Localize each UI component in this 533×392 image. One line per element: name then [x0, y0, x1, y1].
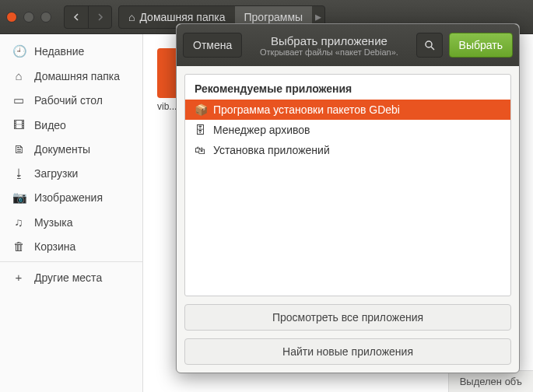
app-item-software[interactable]: 🛍 Установка приложений: [185, 140, 510, 160]
sidebar-item-trash[interactable]: 🗑Корзина: [0, 234, 142, 258]
sidebar-item-label: Видео: [34, 119, 66, 131]
sidebar-item-video[interactable]: 🎞Видео: [0, 113, 142, 137]
sidebar-item-downloads[interactable]: ⭳Загрузки: [0, 161, 142, 185]
plus-icon: +: [12, 271, 25, 284]
window-controls: [6, 12, 51, 23]
sidebar-item-music[interactable]: ♫Музыка: [0, 210, 142, 234]
minimize-window-button[interactable]: [23, 12, 34, 23]
sidebar-item-label: Документы: [34, 143, 90, 156]
music-icon: ♫: [12, 215, 25, 229]
back-button[interactable]: [65, 6, 88, 28]
search-button[interactable]: [416, 33, 443, 58]
status-text: Выделен объ: [460, 376, 522, 387]
sidebar-item-home[interactable]: ⌂Домашняя папка: [0, 64, 142, 88]
doc-icon: 🗎: [12, 142, 25, 156]
package-icon: 📦: [195, 103, 207, 116]
sidebar-item-label: Изображения: [34, 191, 103, 204]
dialog-header: Отмена Выбрать приложение Открывает файл…: [177, 24, 519, 66]
forward-button[interactable]: [88, 6, 111, 28]
sidebar: 🕘Недавние ⌂Домашняя папка ▭Рабочий стол …: [0, 34, 143, 392]
camera-icon: 📷: [12, 191, 25, 205]
software-icon: 🛍: [195, 144, 207, 156]
sidebar-item-label: Музыка: [34, 216, 73, 229]
home-icon: ⌂: [128, 11, 135, 23]
sidebar-item-label: Рабочий стол: [34, 94, 103, 107]
maximize-window-button[interactable]: [40, 12, 51, 23]
app-list: Рекомендуемые приложения 📦 Программа уст…: [184, 74, 511, 296]
svg-line-1: [431, 47, 434, 50]
dialog-title: Выбрать приложение: [248, 34, 409, 47]
app-chooser-dialog: Отмена Выбрать приложение Открывает файл…: [176, 23, 520, 373]
app-item-archive[interactable]: 🗄 Менеджер архивов: [185, 120, 510, 140]
app-label: Установка приложений: [213, 144, 330, 156]
close-window-button[interactable]: [6, 12, 17, 23]
sidebar-item-label: Загрузки: [34, 167, 78, 180]
status-bar: Выделен объ: [448, 370, 533, 392]
clock-icon: 🕘: [12, 44, 25, 58]
sidebar-item-desktop[interactable]: ▭Рабочий стол: [0, 88, 142, 113]
find-new-button[interactable]: Найти новые приложения: [184, 338, 511, 365]
sidebar-item-label: Домашняя папка: [34, 70, 120, 82]
sidebar-item-pictures[interactable]: 📷Изображения: [0, 185, 142, 210]
chevron-right-icon: ▸: [312, 9, 324, 24]
home-icon: ⌂: [12, 69, 25, 82]
download-icon: ⭳: [12, 166, 25, 180]
sidebar-item-label: Корзина: [34, 240, 75, 253]
app-item-gdebi[interactable]: 📦 Программа установки пакетов GDebi: [185, 100, 510, 120]
app-label: Менеджер архивов: [213, 124, 310, 136]
sidebar-item-recent[interactable]: 🕘Недавние: [0, 39, 142, 64]
breadcrumb-label: Домашняя папка: [139, 11, 225, 23]
sidebar-item-label: Недавние: [34, 45, 84, 58]
view-all-label: Просмотреть все приложения: [272, 311, 423, 324]
cancel-button[interactable]: Отмена: [183, 33, 242, 58]
list-header: Рекомендуемые приложения: [185, 75, 510, 100]
archive-icon: 🗄: [195, 124, 207, 136]
dialog-subtitle: Открывает файлы «пакет Debian».: [248, 47, 409, 57]
select-button[interactable]: Выбрать: [449, 33, 513, 58]
video-icon: 🎞: [12, 118, 25, 131]
app-label: Программа установки пакетов GDebi: [213, 103, 400, 116]
trash-icon: 🗑: [12, 240, 25, 253]
search-icon: [424, 40, 435, 51]
dialog-body: Рекомендуемые приложения 📦 Программа уст…: [177, 66, 519, 373]
breadcrumb-label: Программы: [244, 11, 303, 23]
sidebar-item-other[interactable]: +Другие места: [0, 265, 142, 289]
dialog-title-wrap: Выбрать приложение Открывает файлы «паке…: [248, 34, 409, 57]
find-new-label: Найти новые приложения: [282, 345, 413, 358]
sidebar-item-documents[interactable]: 🗎Документы: [0, 137, 142, 161]
divider: [0, 261, 142, 262]
sidebar-item-label: Другие места: [34, 271, 102, 284]
svg-point-0: [426, 41, 432, 47]
nav-buttons: [64, 5, 112, 29]
select-label: Выбрать: [459, 39, 503, 51]
view-all-button[interactable]: Просмотреть все приложения: [184, 304, 511, 331]
desktop-icon: ▭: [12, 93, 25, 107]
cancel-label: Отмена: [193, 39, 232, 51]
